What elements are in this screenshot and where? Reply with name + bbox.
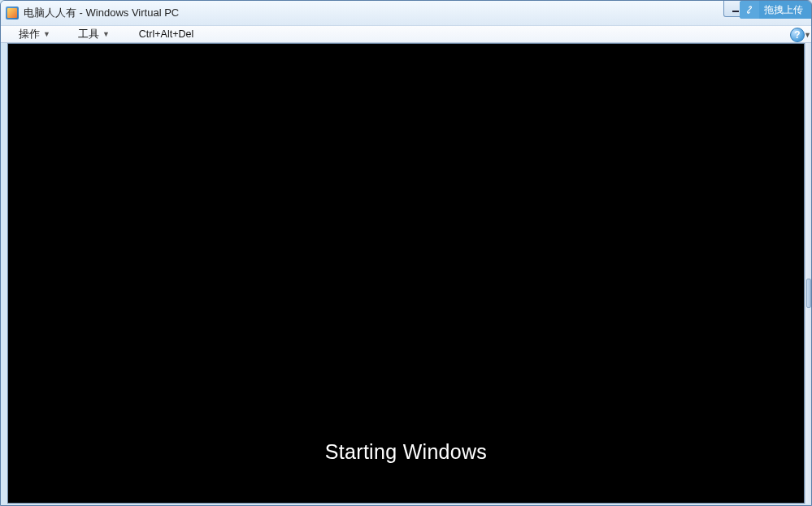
titlebar[interactable]: 电脑人人有 - Windows Virtual PC [1, 1, 811, 25]
app-icon [6, 6, 19, 19]
boot-status-text: Starting Windows [325, 440, 487, 464]
window-title: 电脑人人有 - Windows Virtual PC [24, 6, 179, 20]
guest-screen[interactable]: Starting Windows [8, 44, 804, 503]
menu-ctrl-alt-del[interactable]: Ctrl+Alt+Del [131, 26, 202, 42]
help-icon: ? [794, 29, 800, 41]
scrollbar-thumb[interactable] [806, 279, 811, 308]
chevron-down-icon: ▼ [43, 30, 50, 38]
menu-action[interactable]: 操作 ▼ [12, 26, 57, 42]
upload-overlay-label: 拖拽上传 [759, 3, 811, 17]
chevron-down-icon: ▼ [804, 31, 811, 39]
vm-host-window: 电脑人人有 - Windows Virtual PC 操作 ▼ 工具 ▼ Ctr… [0, 0, 812, 506]
menu-action-label: 操作 [19, 28, 40, 41]
upload-overlay-badge[interactable]: 拖拽上传 [740, 1, 811, 19]
chevron-down-icon: ▼ [102, 30, 110, 38]
help-button[interactable]: ? [790, 28, 805, 42]
client-area: Starting Windows [7, 43, 805, 504]
menu-tools-label: 工具 [78, 28, 99, 41]
svg-rect-0 [732, 11, 739, 12]
menu-tools[interactable]: 工具 ▼ [72, 26, 116, 42]
menubar: 操作 ▼ 工具 ▼ Ctrl+Alt+Del ? ▼ [1, 25, 811, 43]
link-icon [740, 1, 759, 19]
vertical-scrollbar[interactable] [805, 43, 812, 504]
menu-cad-label: Ctrl+Alt+Del [139, 28, 193, 40]
